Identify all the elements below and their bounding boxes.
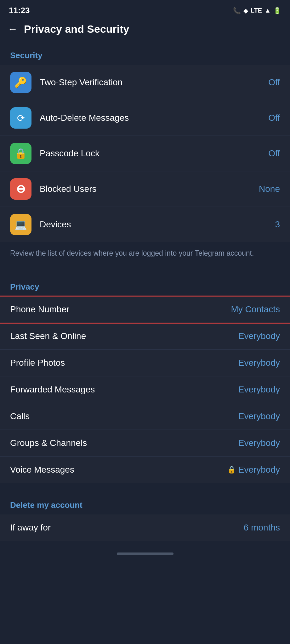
- call-icon: 📞: [233, 7, 241, 14]
- status-time: 11:23: [9, 6, 30, 15]
- devices-value: 3: [275, 219, 280, 230]
- profile-photos-value: Everybody: [238, 358, 280, 368]
- lte-label: LTE: [251, 7, 262, 14]
- bottom-home-indicator: [117, 552, 173, 555]
- privacy-section-header: Privacy: [0, 273, 290, 296]
- calls-value: Everybody: [238, 411, 280, 421]
- devices-icon: 💻: [10, 214, 31, 235]
- last-seen-item[interactable]: Last Seen & Online Everybody: [0, 323, 290, 350]
- back-button[interactable]: ←: [8, 23, 18, 35]
- two-step-label: Two-Step Verification: [40, 77, 268, 87]
- signal-icon: ▲: [264, 7, 271, 14]
- forwarded-messages-item[interactable]: Forwarded Messages Everybody: [0, 376, 290, 403]
- calls-item[interactable]: Calls Everybody: [0, 403, 290, 430]
- two-step-item[interactable]: 🔑 Two-Step Verification Off: [0, 65, 290, 100]
- voice-messages-value: 🔒 Everybody: [227, 465, 280, 475]
- auto-delete-label: Auto-Delete Messages: [40, 113, 268, 123]
- phone-number-item[interactable]: Phone Number My Contacts: [0, 296, 290, 323]
- forwarded-messages-label: Forwarded Messages: [10, 385, 238, 395]
- passcode-label: Passcode Lock: [40, 148, 268, 158]
- if-away-label: If away for: [10, 523, 244, 533]
- two-step-icon: 🔑: [10, 72, 31, 93]
- groups-channels-value: Everybody: [238, 438, 280, 448]
- groups-channels-label: Groups & Channels: [10, 438, 238, 448]
- premium-lock-icon: 🔒: [227, 466, 236, 474]
- devices-label: Devices: [40, 219, 275, 230]
- forwarded-messages-value: Everybody: [238, 385, 280, 395]
- blocked-users-value: None: [259, 184, 280, 194]
- profile-photos-label: Profile Photos: [10, 358, 238, 368]
- security-section-header: Security: [0, 41, 290, 65]
- last-seen-value: Everybody: [238, 331, 280, 341]
- privacy-list: Phone Number My Contacts Last Seen & Onl…: [0, 296, 290, 483]
- blocked-users-icon: ⊖: [10, 178, 31, 200]
- if-away-item[interactable]: If away for 6 months: [0, 514, 290, 541]
- section-divider: [0, 268, 290, 273]
- voice-messages-item[interactable]: Voice Messages 🔒 Everybody: [0, 457, 290, 483]
- page-title: Privacy and Security: [24, 23, 129, 35]
- security-list: 🔑 Two-Step Verification Off ⟳ Auto-Delet…: [0, 65, 290, 242]
- devices-item[interactable]: 💻 Devices 3: [0, 207, 290, 242]
- phone-number-label: Phone Number: [10, 304, 231, 314]
- passcode-icon: 🔒: [10, 143, 31, 164]
- delete-section-header: Delete my account: [0, 491, 290, 514]
- status-icons: 📞 ◆ LTE ▲ 🔋: [233, 7, 281, 14]
- status-bar: 11:23 📞 ◆ LTE ▲ 🔋: [0, 0, 290, 19]
- blocked-users-item[interactable]: ⊖ Blocked Users None: [0, 171, 290, 207]
- wifi-icon: ◆: [243, 7, 248, 14]
- auto-delete-icon: ⟳: [10, 107, 31, 129]
- battery-icon: 🔋: [273, 7, 281, 14]
- groups-channels-item[interactable]: Groups & Channels Everybody: [0, 430, 290, 457]
- blocked-users-label: Blocked Users: [40, 184, 259, 194]
- calls-label: Calls: [10, 411, 238, 421]
- auto-delete-item[interactable]: ⟳ Auto-Delete Messages Off: [0, 100, 290, 136]
- last-seen-label: Last Seen & Online: [10, 331, 238, 341]
- two-step-value: Off: [268, 77, 280, 87]
- bottom-nav-bar: [0, 541, 290, 566]
- profile-photos-item[interactable]: Profile Photos Everybody: [0, 350, 290, 376]
- passcode-value: Off: [268, 148, 280, 158]
- toolbar: ← Privacy and Security: [0, 19, 290, 41]
- section-divider-2: [0, 483, 290, 491]
- passcode-item[interactable]: 🔒 Passcode Lock Off: [0, 136, 290, 171]
- if-away-value: 6 months: [244, 523, 280, 533]
- devices-description: Review the list of devices where you are…: [0, 242, 290, 268]
- voice-messages-label: Voice Messages: [10, 465, 227, 475]
- phone-number-value: My Contacts: [231, 304, 280, 314]
- auto-delete-value: Off: [268, 113, 280, 123]
